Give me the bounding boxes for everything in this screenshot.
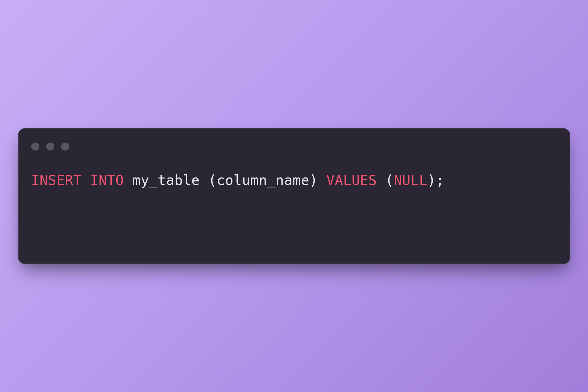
code-line: INSERT INTO my_table (column_name) VALUE… [31,171,557,190]
code-token-2: INTO [90,172,124,188]
code-token-11: NULL [394,172,428,188]
window-control-close[interactable] [31,143,39,151]
code-token-10: ( [385,172,394,188]
code-token-4: ( [208,172,217,188]
code-token-13: ; [436,172,444,188]
window-control-minimize[interactable] [46,143,54,151]
code-token-9 [377,172,385,188]
code-token-3: my_table [124,172,208,188]
window-controls [31,143,557,151]
code-token-8: VALUES [326,172,377,188]
code-token-5: column_name [217,172,309,188]
code-token-7 [318,172,326,188]
code-token-0: INSERT [31,172,82,188]
code-window: INSERT INTO my_table (column_name) VALUE… [18,128,570,264]
code-token-1 [82,172,90,188]
code-token-6: ) [309,172,318,188]
code-token-12: ) [427,172,436,188]
window-control-maximize[interactable] [61,143,69,151]
